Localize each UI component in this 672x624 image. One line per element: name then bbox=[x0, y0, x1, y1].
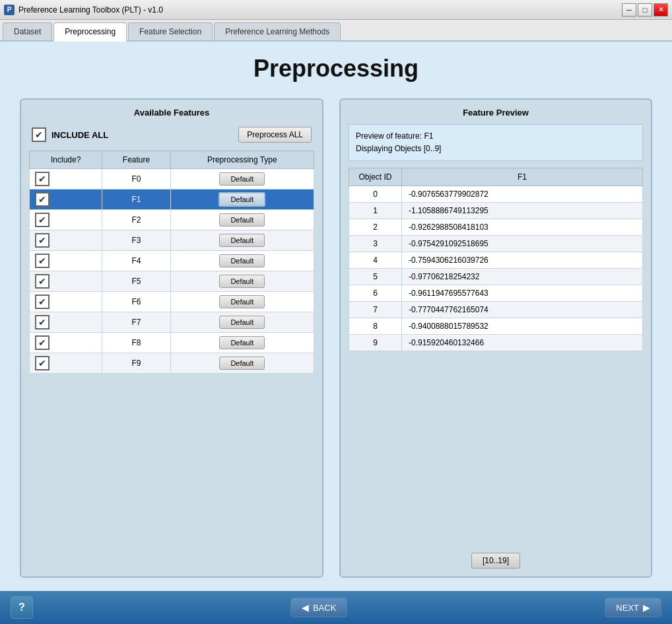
preview-line2: Displaying Objects [0..9] bbox=[356, 143, 636, 155]
preview-object-id: 7 bbox=[349, 302, 402, 318]
title-bar: P Preference Learning Toolbox (PLT) - v1… bbox=[0, 0, 672, 20]
default-button[interactable]: Default bbox=[218, 192, 265, 207]
close-button[interactable]: ✕ bbox=[654, 3, 668, 17]
panels-row: Available Features ✔ INCLUDE ALL Preproc… bbox=[20, 98, 652, 578]
feature-checkbox[interactable]: ✔ bbox=[35, 213, 50, 227]
default-button[interactable]: Default bbox=[219, 234, 265, 247]
tab-bar: Dataset Preprocessing Feature Selection … bbox=[0, 20, 672, 42]
main-content: Preprocessing Available Features ✔ INCLU… bbox=[0, 42, 672, 591]
include-all-checkbox[interactable]: ✔ bbox=[32, 127, 46, 142]
table-row[interactable]: ✔F1Default bbox=[30, 190, 314, 210]
feature-name: F1 bbox=[102, 190, 170, 210]
preprocess-all-button[interactable]: Preprocess ALL bbox=[238, 127, 312, 143]
default-button[interactable]: Default bbox=[219, 172, 265, 186]
app-title: Preference Learning Toolbox (PLT) - v1.0 bbox=[18, 5, 163, 15]
feature-checkbox[interactable]: ✔ bbox=[35, 172, 50, 186]
feature-table: Include? Feature Preprocessing Type ✔F0D… bbox=[29, 151, 314, 374]
preview-object-id: 2 bbox=[349, 219, 402, 236]
next-label: NEXT bbox=[616, 603, 639, 613]
maximize-button[interactable]: □ bbox=[638, 3, 652, 17]
feature-checkbox[interactable]: ✔ bbox=[35, 295, 50, 309]
feature-checkbox[interactable]: ✔ bbox=[35, 274, 50, 289]
table-row[interactable]: ✔F9Default bbox=[30, 353, 314, 374]
back-button[interactable]: ◀ BACK bbox=[290, 598, 347, 617]
preview-object-id: 9 bbox=[349, 335, 402, 351]
preview-object-id: 8 bbox=[349, 318, 402, 335]
preview-row: 6-0.9611947695577643 bbox=[349, 285, 643, 302]
feature-name: F5 bbox=[102, 271, 170, 292]
table-row[interactable]: ✔F0Default bbox=[30, 169, 314, 190]
right-panel-title: Feature Preview bbox=[349, 108, 643, 118]
feature-name: F7 bbox=[102, 312, 170, 333]
tab-dataset[interactable]: Dataset bbox=[3, 22, 52, 40]
feature-name: F6 bbox=[102, 292, 170, 312]
preview-value: -1.1058886749113295 bbox=[402, 203, 643, 219]
default-button[interactable]: Default bbox=[219, 295, 265, 308]
next-page-area: [10..19] bbox=[349, 553, 643, 569]
preview-line1: Preview of feature: F1 bbox=[356, 130, 636, 143]
preview-value: -0.915920460132466 bbox=[402, 335, 643, 351]
table-row[interactable]: ✔F3Default bbox=[30, 230, 314, 251]
col-feature: Feature bbox=[102, 151, 170, 169]
feature-name: F9 bbox=[102, 353, 170, 374]
feature-checkbox[interactable]: ✔ bbox=[35, 192, 50, 207]
preview-row: 4-0.7594306216039726 bbox=[349, 252, 643, 269]
tab-preference-learning[interactable]: Preference Learning Methods bbox=[214, 22, 341, 40]
preview-row: 2-0.9262988508418103 bbox=[349, 219, 643, 236]
left-panel-title: Available Features bbox=[29, 108, 314, 118]
preview-row: 8-0.9400888015789532 bbox=[349, 318, 643, 335]
preview-value: -0.9611947695577643 bbox=[402, 285, 643, 302]
include-all-label: INCLUDE ALL bbox=[51, 130, 233, 140]
table-row[interactable]: ✔F4Default bbox=[30, 251, 314, 271]
preview-table-wrapper: Object ID F1 0-0.90765637799028721-1.105… bbox=[349, 168, 643, 547]
feature-checkbox[interactable]: ✔ bbox=[35, 315, 50, 329]
default-button[interactable]: Default bbox=[219, 357, 265, 370]
back-label: BACK bbox=[313, 603, 336, 613]
preview-object-id: 3 bbox=[349, 236, 402, 252]
table-row[interactable]: ✔F6Default bbox=[30, 292, 314, 312]
default-button[interactable]: Default bbox=[219, 316, 265, 329]
preview-table: Object ID F1 0-0.90765637799028721-1.105… bbox=[349, 168, 643, 351]
preview-object-id: 4 bbox=[349, 252, 402, 269]
preview-row: 7-0.7770447762165074 bbox=[349, 302, 643, 318]
feature-checkbox[interactable]: ✔ bbox=[35, 335, 50, 350]
preview-object-id: 6 bbox=[349, 285, 402, 302]
next-arrow-icon: ▶ bbox=[643, 602, 650, 613]
page-title: Preprocessing bbox=[20, 55, 652, 83]
feature-name: F8 bbox=[102, 333, 170, 353]
preview-row: 3-0.9754291092518695 bbox=[349, 236, 643, 252]
preview-value: -0.9754291092518695 bbox=[402, 236, 643, 252]
table-row[interactable]: ✔F5Default bbox=[30, 271, 314, 292]
feature-name: F2 bbox=[102, 210, 170, 230]
feature-name: F4 bbox=[102, 251, 170, 271]
tab-feature-selection[interactable]: Feature Selection bbox=[128, 22, 213, 40]
feature-checkbox[interactable]: ✔ bbox=[35, 356, 50, 370]
include-all-row: ✔ INCLUDE ALL Preprocess ALL bbox=[29, 124, 314, 145]
left-panel: Available Features ✔ INCLUDE ALL Preproc… bbox=[20, 98, 323, 578]
default-button[interactable]: Default bbox=[219, 275, 265, 288]
default-button[interactable]: Default bbox=[219, 213, 265, 226]
next-page-button[interactable]: [10..19] bbox=[471, 553, 520, 569]
preview-value: -0.97706218254232 bbox=[402, 269, 643, 285]
feature-checkbox[interactable]: ✔ bbox=[35, 254, 50, 268]
table-row[interactable]: ✔F8Default bbox=[30, 333, 314, 353]
feature-checkbox[interactable]: ✔ bbox=[35, 233, 50, 248]
table-row[interactable]: ✔F7Default bbox=[30, 312, 314, 333]
preview-value: -0.9400888015789532 bbox=[402, 318, 643, 335]
preview-row: 9-0.915920460132466 bbox=[349, 335, 643, 351]
preview-object-id: 0 bbox=[349, 186, 402, 203]
preview-value: -0.9262988508418103 bbox=[402, 219, 643, 236]
default-button[interactable]: Default bbox=[219, 336, 265, 349]
preview-object-id: 5 bbox=[349, 269, 402, 285]
preview-row: 1-1.1058886749113295 bbox=[349, 203, 643, 219]
preview-col-f1: F1 bbox=[402, 168, 643, 186]
title-bar-left: P Preference Learning Toolbox (PLT) - v1… bbox=[4, 5, 163, 15]
preview-row: 0-0.9076563779902872 bbox=[349, 186, 643, 203]
default-button[interactable]: Default bbox=[219, 254, 265, 267]
help-button[interactable]: ? bbox=[11, 596, 33, 619]
next-button[interactable]: NEXT ▶ bbox=[605, 598, 661, 617]
minimize-button[interactable]: ─ bbox=[622, 3, 636, 17]
preview-row: 5-0.97706218254232 bbox=[349, 269, 643, 285]
tab-preprocessing[interactable]: Preprocessing bbox=[53, 22, 127, 42]
table-row[interactable]: ✔F2Default bbox=[30, 210, 314, 230]
